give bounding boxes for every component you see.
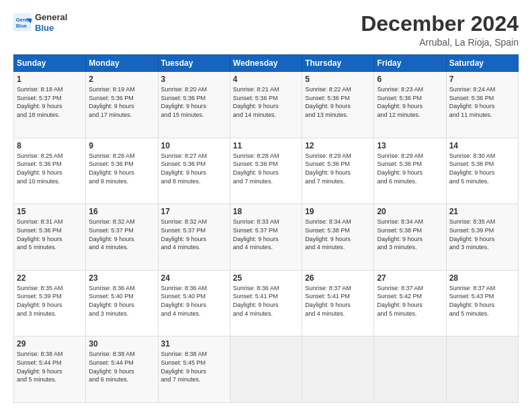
day-info: Sunrise: 8:24 AMSunset: 5:36 PMDaylight:… bbox=[449, 85, 515, 119]
calendar-cell: 31Sunrise: 8:38 AMSunset: 5:45 PMDayligh… bbox=[158, 336, 230, 403]
weekday-header-wednesday: Wednesday bbox=[230, 55, 302, 72]
day-info: Sunrise: 8:26 AMSunset: 5:36 PMDaylight:… bbox=[89, 152, 154, 185]
day-info: Sunrise: 8:35 AMSunset: 5:39 PMDaylight:… bbox=[449, 218, 515, 251]
day-info: Sunrise: 8:38 AMSunset: 5:44 PMDaylight:… bbox=[89, 350, 154, 383]
calendar-cell: 28Sunrise: 8:37 AMSunset: 5:43 PMDayligh… bbox=[446, 270, 518, 336]
calendar-cell: 7Sunrise: 8:24 AMSunset: 5:36 PMDaylight… bbox=[446, 72, 518, 138]
calendar-cell: 6Sunrise: 8:23 AMSunset: 5:36 PMDaylight… bbox=[374, 72, 446, 138]
weekday-header-sunday: Sunday bbox=[14, 55, 86, 72]
day-info: Sunrise: 8:21 AMSunset: 5:36 PMDaylight:… bbox=[233, 85, 299, 119]
calendar-table: SundayMondayTuesdayWednesdayThursdayFrid… bbox=[13, 54, 519, 403]
day-number: 3 bbox=[161, 75, 227, 84]
calendar-cell: 5Sunrise: 8:22 AMSunset: 5:36 PMDaylight… bbox=[302, 72, 374, 138]
day-number: 20 bbox=[377, 207, 443, 216]
calendar-cell: 20Sunrise: 8:34 AMSunset: 5:38 PMDayligh… bbox=[374, 204, 446, 271]
day-info: Sunrise: 8:18 AMSunset: 5:37 PMDaylight:… bbox=[17, 85, 83, 119]
day-info: Sunrise: 8:32 AMSunset: 5:37 PMDaylight:… bbox=[161, 218, 227, 251]
day-info: Sunrise: 8:33 AMSunset: 5:37 PMDaylight:… bbox=[233, 218, 299, 251]
day-info: Sunrise: 8:34 AMSunset: 5:38 PMDaylight:… bbox=[377, 218, 443, 251]
day-number: 9 bbox=[89, 141, 154, 150]
day-number: 10 bbox=[161, 141, 227, 150]
weekday-header-tuesday: Tuesday bbox=[158, 55, 230, 72]
calendar-cell: 26Sunrise: 8:37 AMSunset: 5:41 PMDayligh… bbox=[302, 270, 374, 336]
day-number: 13 bbox=[377, 141, 443, 150]
calendar-cell: 2Sunrise: 8:19 AMSunset: 5:36 PMDaylight… bbox=[86, 72, 158, 138]
day-info: Sunrise: 8:25 AMSunset: 5:36 PMDaylight:… bbox=[17, 152, 83, 185]
calendar-cell: 15Sunrise: 8:31 AMSunset: 5:36 PMDayligh… bbox=[14, 204, 86, 271]
logo-blue: Blue bbox=[35, 23, 54, 33]
day-number: 8 bbox=[17, 141, 83, 150]
day-number: 19 bbox=[305, 207, 371, 216]
day-info: Sunrise: 8:36 AMSunset: 5:41 PMDaylight:… bbox=[233, 284, 299, 318]
day-number: 31 bbox=[161, 339, 227, 349]
location-subtitle: Arrubal, La Rioja, Spain bbox=[361, 37, 519, 48]
day-number: 29 bbox=[17, 339, 83, 349]
day-info: Sunrise: 8:27 AMSunset: 5:36 PMDaylight:… bbox=[161, 152, 227, 185]
page: General Blue General Blue December 2024 … bbox=[0, 0, 532, 411]
day-number: 7 bbox=[449, 75, 515, 84]
calendar-cell: 10Sunrise: 8:27 AMSunset: 5:36 PMDayligh… bbox=[158, 138, 230, 204]
day-info: Sunrise: 8:29 AMSunset: 5:36 PMDaylight:… bbox=[377, 152, 443, 185]
calendar-cell: 12Sunrise: 8:29 AMSunset: 5:36 PMDayligh… bbox=[302, 138, 374, 204]
title-area: December 2024 Arrubal, La Rioja, Spain bbox=[361, 12, 519, 48]
calendar-cell: 14Sunrise: 8:30 AMSunset: 5:36 PMDayligh… bbox=[446, 138, 518, 204]
calendar-cell: 30Sunrise: 8:38 AMSunset: 5:44 PMDayligh… bbox=[86, 336, 158, 403]
weekday-header-friday: Friday bbox=[374, 55, 446, 72]
logo-icon: General Blue bbox=[13, 13, 32, 32]
day-number: 24 bbox=[161, 273, 227, 283]
day-number: 22 bbox=[17, 273, 83, 283]
calendar-cell: 9Sunrise: 8:26 AMSunset: 5:36 PMDaylight… bbox=[86, 138, 158, 204]
day-info: Sunrise: 8:37 AMSunset: 5:43 PMDaylight:… bbox=[449, 284, 515, 318]
weekday-header-thursday: Thursday bbox=[302, 55, 374, 72]
week-row-5: 29Sunrise: 8:38 AMSunset: 5:44 PMDayligh… bbox=[14, 336, 519, 403]
day-number: 21 bbox=[449, 207, 515, 216]
calendar-cell: 22Sunrise: 8:35 AMSunset: 5:39 PMDayligh… bbox=[14, 270, 86, 336]
calendar-cell: 16Sunrise: 8:32 AMSunset: 5:37 PMDayligh… bbox=[86, 204, 158, 271]
day-info: Sunrise: 8:38 AMSunset: 5:44 PMDaylight:… bbox=[17, 350, 83, 383]
day-info: Sunrise: 8:36 AMSunset: 5:40 PMDaylight:… bbox=[89, 284, 154, 318]
calendar-cell: 19Sunrise: 8:34 AMSunset: 5:38 PMDayligh… bbox=[302, 204, 374, 271]
calendar-cell bbox=[374, 336, 446, 403]
day-info: Sunrise: 8:36 AMSunset: 5:40 PMDaylight:… bbox=[161, 284, 227, 318]
calendar-cell: 13Sunrise: 8:29 AMSunset: 5:36 PMDayligh… bbox=[374, 138, 446, 204]
calendar-cell: 11Sunrise: 8:28 AMSunset: 5:36 PMDayligh… bbox=[230, 138, 302, 204]
calendar-cell: 24Sunrise: 8:36 AMSunset: 5:40 PMDayligh… bbox=[158, 270, 230, 336]
day-info: Sunrise: 8:20 AMSunset: 5:36 PMDaylight:… bbox=[161, 85, 227, 119]
week-row-4: 22Sunrise: 8:35 AMSunset: 5:39 PMDayligh… bbox=[14, 270, 519, 336]
calendar-cell: 8Sunrise: 8:25 AMSunset: 5:36 PMDaylight… bbox=[14, 138, 86, 204]
logo-general: General bbox=[35, 12, 67, 22]
calendar-cell: 4Sunrise: 8:21 AMSunset: 5:36 PMDaylight… bbox=[230, 72, 302, 138]
header: General Blue General Blue December 2024 … bbox=[13, 12, 519, 48]
day-number: 2 bbox=[89, 75, 154, 84]
day-number: 25 bbox=[233, 273, 299, 283]
calendar-cell: 18Sunrise: 8:33 AMSunset: 5:37 PMDayligh… bbox=[230, 204, 302, 271]
weekday-header-monday: Monday bbox=[86, 55, 158, 72]
day-number: 16 bbox=[89, 207, 154, 216]
calendar-cell: 17Sunrise: 8:32 AMSunset: 5:37 PMDayligh… bbox=[158, 204, 230, 271]
calendar-cell: 23Sunrise: 8:36 AMSunset: 5:40 PMDayligh… bbox=[86, 270, 158, 336]
day-number: 6 bbox=[377, 75, 443, 84]
day-number: 27 bbox=[377, 273, 443, 283]
calendar-cell: 27Sunrise: 8:37 AMSunset: 5:42 PMDayligh… bbox=[374, 270, 446, 336]
day-number: 11 bbox=[233, 141, 299, 150]
day-number: 30 bbox=[89, 339, 154, 349]
day-info: Sunrise: 8:30 AMSunset: 5:36 PMDaylight:… bbox=[449, 152, 515, 185]
day-number: 4 bbox=[233, 75, 299, 84]
day-number: 26 bbox=[305, 273, 371, 283]
calendar-cell: 29Sunrise: 8:38 AMSunset: 5:44 PMDayligh… bbox=[14, 336, 86, 403]
logo: General Blue General Blue bbox=[13, 12, 67, 33]
day-number: 14 bbox=[449, 141, 515, 150]
day-number: 23 bbox=[89, 273, 154, 283]
calendar-cell bbox=[302, 336, 374, 403]
day-number: 15 bbox=[17, 207, 83, 216]
day-info: Sunrise: 8:31 AMSunset: 5:36 PMDaylight:… bbox=[17, 218, 83, 251]
day-info: Sunrise: 8:19 AMSunset: 5:36 PMDaylight:… bbox=[89, 85, 154, 119]
svg-text:Blue: Blue bbox=[16, 23, 27, 29]
week-row-1: 1Sunrise: 8:18 AMSunset: 5:37 PMDaylight… bbox=[14, 72, 519, 138]
calendar-cell bbox=[446, 336, 518, 403]
day-info: Sunrise: 8:37 AMSunset: 5:42 PMDaylight:… bbox=[377, 284, 443, 318]
day-info: Sunrise: 8:38 AMSunset: 5:45 PMDaylight:… bbox=[161, 350, 227, 383]
day-info: Sunrise: 8:22 AMSunset: 5:36 PMDaylight:… bbox=[305, 85, 371, 119]
day-info: Sunrise: 8:32 AMSunset: 5:37 PMDaylight:… bbox=[89, 218, 154, 251]
day-info: Sunrise: 8:28 AMSunset: 5:36 PMDaylight:… bbox=[233, 152, 299, 185]
